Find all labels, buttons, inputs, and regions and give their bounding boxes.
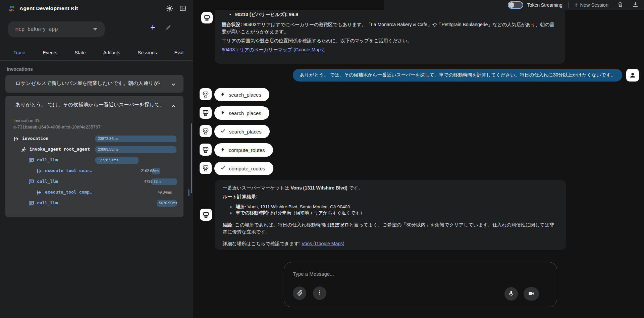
bakery-map-link[interactable]: 90403エリアのベーカリーマップ (Google Maps) bbox=[222, 47, 325, 52]
tab-state[interactable]: State bbox=[75, 50, 86, 55]
tab-trace[interactable]: Trace bbox=[13, 50, 25, 55]
side-panel-icon bbox=[179, 8, 186, 13]
pencil-icon bbox=[165, 27, 172, 32]
tool-result-chip[interactable]: compute_routes bbox=[214, 162, 273, 175]
agent-avatar bbox=[200, 107, 212, 119]
tab-eval[interactable]: Eval bbox=[174, 50, 183, 55]
adk-app-window: Agent Development Kit bbox=[0, 0, 644, 318]
videocam-icon bbox=[528, 290, 535, 298]
left-panel-header: Agent Development Kit bbox=[0, 0, 193, 17]
drive-time-bullet: •車での移動時間: 約1分未満（候補地エリアからすぐ近くです） bbox=[230, 210, 365, 216]
span-arrow-icon bbox=[36, 190, 42, 196]
tab-artifacts[interactable]: Artifacts bbox=[103, 50, 120, 55]
trace-bar bbox=[188, 189, 190, 196]
app-selector[interactable]: mcp_bakery_app bbox=[8, 21, 105, 37]
message-input[interactable]: Type a Message... bbox=[293, 271, 334, 277]
map-hint-paragraph: エリアの雰囲気や競合店の位置関係を確認するために、以下のマップをご活用ください。 bbox=[222, 37, 558, 44]
message-input-container[interactable]: Type a Message... bbox=[284, 262, 557, 307]
video-call-button[interactable] bbox=[524, 287, 539, 301]
chat-panel: •90210 (ビバリーヒルズ): 99.9 競合状況: 90403エリアはすで… bbox=[193, 0, 644, 318]
agent-avatar bbox=[200, 209, 212, 221]
trace-row-invocation[interactable]: invocation 23872.34ms bbox=[5, 134, 183, 144]
bolt-icon bbox=[220, 110, 225, 116]
bolt-icon bbox=[220, 147, 225, 153]
agent-avatar bbox=[200, 88, 212, 100]
chat-bubble-icon bbox=[28, 157, 34, 163]
tab-sessions[interactable]: Sessions bbox=[138, 50, 157, 55]
add-session-button[interactable]: + bbox=[150, 23, 155, 32]
scrollbar-thumb[interactable] bbox=[191, 123, 192, 193]
tool-call-chip[interactable]: compute_routes bbox=[214, 143, 273, 157]
adk-logo-icon bbox=[7, 4, 17, 15]
collapse-sidebar-button[interactable] bbox=[179, 5, 186, 13]
vons-map-link[interactable]: Vons (Google Maps) bbox=[302, 241, 344, 246]
attach-file-button[interactable] bbox=[293, 286, 306, 300]
span-arrow-icon bbox=[36, 168, 42, 174]
trash-icon bbox=[617, 4, 624, 9]
toggle-knob-icon bbox=[509, 2, 514, 8]
tab-events[interactable]: Events bbox=[43, 50, 57, 55]
token-streaming-label: Token Streaming bbox=[527, 2, 562, 8]
tool-result-chip[interactable]: search_places bbox=[214, 125, 270, 138]
trace-row-call-llm-1[interactable]: call_llm 12728.51ms bbox=[5, 155, 183, 166]
trace-row-invoke-agent[interactable]: invoke_agent root_agent 23869.53ms bbox=[5, 144, 183, 155]
download-icon bbox=[632, 4, 639, 9]
invocation-item-expanded[interactable]: ありがとう。 では、その候補地から一番近いスーパーを探して、 Invocatio… bbox=[5, 96, 183, 217]
detail-link-line: 詳細な場所はこちらで確認できます: Vons (Google Maps) bbox=[223, 240, 344, 247]
invocation-id-value: e-731baeab-1649-4008-afcd-10df4e235767 bbox=[13, 124, 101, 129]
result-intro-line: 一番近いスーパーマーケットは Vons (1311 Wilshire Blvd)… bbox=[223, 184, 363, 192]
trace-row-execute-tool-compute[interactable]: execute_tool comp… 49.34ms bbox=[5, 187, 183, 198]
app-selector-value: mcp_bakery_app bbox=[15, 26, 58, 32]
export-session-button[interactable] bbox=[632, 1, 639, 9]
paperclip-icon bbox=[296, 289, 303, 297]
delete-session-button[interactable] bbox=[617, 1, 624, 9]
bolt-icon bbox=[220, 92, 225, 98]
agent-avatar bbox=[200, 162, 212, 174]
app-title: Agent Development Kit bbox=[19, 5, 78, 11]
trace-row-call-llm-3[interactable]: call_llm 5676.99ms bbox=[5, 198, 183, 209]
toolbar-divider bbox=[569, 2, 569, 8]
chevron-down-icon bbox=[93, 28, 97, 31]
chat-bubble-icon bbox=[28, 179, 34, 185]
chevron-up-icon bbox=[171, 103, 176, 110]
span-arrow-icon bbox=[13, 136, 19, 142]
location-bullet: •場所: Vons, 1311 Wilshire Blvd, Santa Mon… bbox=[230, 204, 365, 210]
plus-icon: + bbox=[574, 2, 578, 8]
chat-bubble-icon bbox=[28, 200, 34, 206]
new-session-button[interactable]: + New Session bbox=[574, 2, 608, 8]
result-bullets: •場所: Vons, 1311 Wilshire Blvd, Santa Mon… bbox=[230, 204, 365, 216]
route-result-heading: ルート計算結果: bbox=[223, 193, 257, 200]
edit-button[interactable] bbox=[165, 24, 172, 32]
tool-call-chip[interactable]: search_places bbox=[214, 88, 269, 101]
check-icon bbox=[220, 128, 226, 135]
invocation-id-label: Invocation ID: bbox=[13, 118, 40, 123]
token-streaming-toggle[interactable] bbox=[508, 1, 523, 9]
theme-toggle-button[interactable] bbox=[166, 5, 173, 13]
agent-run-icon bbox=[21, 147, 27, 153]
user-message-bubble: ありがとう。 では、その候補地から一番近いスーパーを探して、車での移動時間を計算… bbox=[293, 69, 622, 82]
invocation-item-collapsed[interactable]: ロサンゼルスで新しいパン屋を開業したいです。朝の人通りが- bbox=[5, 75, 183, 93]
check-icon bbox=[220, 165, 226, 172]
agent-avatar bbox=[200, 125, 212, 137]
invocations-heading: Invocations bbox=[7, 66, 193, 72]
trace-tree: invocation 23872.34ms invoke_agent root_… bbox=[5, 134, 183, 209]
microphone-button[interactable] bbox=[504, 287, 518, 301]
trace-row-execute-tool-search[interactable]: execute_tool sear… 2162.63ms bbox=[5, 166, 183, 176]
agent-avatar bbox=[201, 12, 213, 23]
left-panel: Agent Development Kit bbox=[0, 0, 193, 318]
map-link-line: 90403エリアのベーカリーマップ (Google Maps) bbox=[222, 46, 325, 53]
score-bullet: •90210 (ビバリーヒルズ): 99.9 bbox=[229, 11, 298, 18]
tool-call-chip[interactable]: search_places bbox=[214, 106, 269, 120]
conclusion-paragraph: 結論: この場所であれば、毎日の仕入れ移動時間はほぼゼロと言ってよく、ご希望の「… bbox=[223, 221, 558, 235]
chat-toolbar: Token Streaming + New Session bbox=[508, 0, 644, 10]
mic-icon bbox=[508, 290, 515, 298]
more-options-button[interactable] bbox=[313, 286, 326, 300]
competition-paragraph: 競合状況: 90403エリアはすでにベーカリーの激戦区でもあります。「La Mo… bbox=[222, 21, 558, 35]
invocation-text: ロサンゼルスで新しいパン屋を開業したいです。朝の人通りが- bbox=[15, 80, 165, 87]
invocation-text: ありがとう。 では、その候補地から一番近いスーパーを探して、 bbox=[15, 102, 165, 108]
chevron-down-icon bbox=[171, 82, 176, 89]
user-message-text: ありがとう。 では、その候補地から一番近いスーパーを探して、車での移動時間を計算… bbox=[300, 72, 615, 78]
more-vert-icon bbox=[317, 289, 323, 297]
agent-message-card: 一番近いスーパーマーケットは Vons (1311 Wilshire Blvd)… bbox=[215, 180, 566, 250]
trace-row-call-llm-2[interactable]: call_llm 4758.73m bbox=[5, 176, 183, 187]
